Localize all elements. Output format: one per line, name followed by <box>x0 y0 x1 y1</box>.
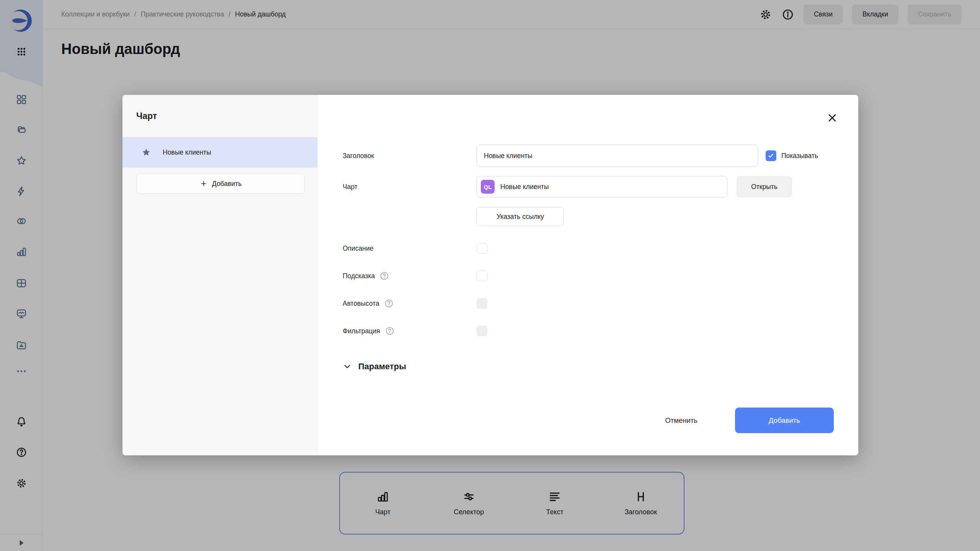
add-item-button[interactable]: Добавить <box>137 174 305 194</box>
open-chart-button[interactable]: Открыть <box>737 176 792 197</box>
title-label: Заголовок <box>343 152 477 160</box>
hint-help-icon[interactable] <box>379 271 389 281</box>
star-filled-icon <box>141 147 151 157</box>
chart-select[interactable]: QL Новые клиенты <box>477 176 727 197</box>
autoheight-label: Автовысота <box>343 300 379 308</box>
chart-label: Чарт <box>343 183 477 191</box>
specify-link-button[interactable]: Указать ссылку <box>477 207 564 226</box>
check-icon <box>767 152 775 160</box>
chevron-down-icon <box>343 362 352 371</box>
panel-item-selected[interactable]: Новые клиенты <box>122 137 317 168</box>
add-chart-modal: Чарт Новые клиенты Добавить <box>122 95 858 455</box>
add-item-label: Добавить <box>212 180 242 188</box>
description-label: Описание <box>343 245 477 253</box>
show-title-caption: Показывать <box>781 152 818 160</box>
autoheight-help-icon[interactable] <box>384 298 394 308</box>
parameters-label: Параметры <box>358 362 406 372</box>
close-icon[interactable] <box>826 112 838 124</box>
filtering-checkbox <box>477 326 487 336</box>
hint-checkbox[interactable] <box>477 271 487 281</box>
cancel-button[interactable]: Отменить <box>657 416 705 425</box>
filtering-label: Фильтрация <box>343 327 380 335</box>
ql-badge: QL <box>481 180 495 194</box>
modal-side-panel: Чарт Новые клиенты Добавить <box>122 95 318 455</box>
parameters-section-toggle[interactable]: Параметры <box>343 362 834 372</box>
panel-title: Чарт <box>136 110 317 122</box>
description-checkbox[interactable] <box>477 243 487 254</box>
add-button[interactable]: Добавить <box>735 408 834 433</box>
title-input[interactable] <box>477 145 758 167</box>
autoheight-checkbox <box>477 298 487 309</box>
plus-icon <box>200 180 207 187</box>
filtering-help-icon[interactable] <box>385 326 395 336</box>
chart-select-value: Новые клиенты <box>500 183 549 191</box>
show-title-checkbox[interactable] <box>766 150 776 161</box>
hint-label: Подсказка <box>343 272 375 280</box>
modal-footer: Отменить Добавить <box>657 408 834 433</box>
panel-item-label: Новые клиенты <box>163 148 211 156</box>
modal-form: Заголовок Показывать Чарт QL Новые клиен… <box>318 95 858 455</box>
